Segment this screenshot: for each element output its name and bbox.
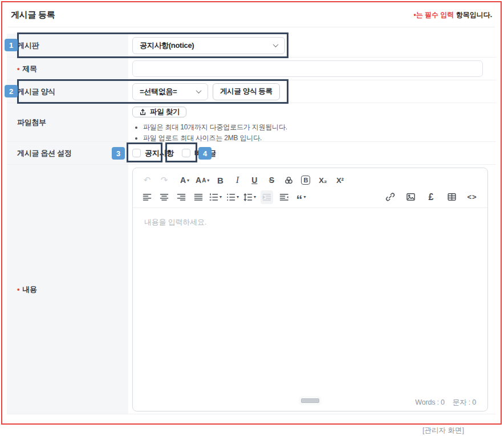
align-center-icon[interactable] (158, 190, 170, 204)
page-title: 게시글 등록 (11, 10, 55, 21)
chars-counter: 문자 : 0 (453, 398, 476, 408)
special-char-icon[interactable]: £ (425, 190, 437, 204)
font-size-icon[interactable]: A A ▾ (196, 173, 209, 187)
row-file: 파일첨부 파일 찾기 파일은 최대 10개까지 다중업로드가 지원됩니다. 파일… (7, 103, 496, 142)
required-mark: • (17, 64, 19, 73)
text-style-icon[interactable]: B (299, 173, 312, 187)
code-view-icon[interactable]: <> (466, 190, 478, 204)
editor-toolbar-bottom: ▾ ▾ (133, 189, 487, 208)
file-note: 파일은 최대 10개까지 다중업로드가 지원됩니다. (143, 122, 287, 133)
chevron-down-icon (273, 42, 279, 47)
title-input[interactable] (132, 60, 483, 77)
admin-screen-caption: [관리자 화면] (422, 426, 464, 435)
editor-content-area[interactable]: 내용을 입력하세요. (133, 208, 487, 394)
link-icon[interactable] (384, 190, 396, 204)
secret-checkbox[interactable] (182, 149, 190, 157)
indent-icon[interactable] (261, 190, 273, 204)
annotation-badge-4: 4 (198, 147, 212, 160)
notice-checkbox[interactable] (132, 149, 141, 157)
editor-status-bar: Words : 0 문자 : 0 (133, 394, 487, 411)
editor-placeholder: 내용을 입력하세요. (144, 217, 476, 227)
annotation-badge-3: 3 (112, 147, 125, 160)
required-note-rest: 항목입니다. (454, 11, 492, 19)
row-options: 3 4 게시글 옵션 설정 공지사항 비밀글 (7, 142, 496, 165)
file-upload-notes: 파일은 최대 10개까지 다중업로드가 지원됩니다. 파일 업로드 최대 사이즈… (136, 122, 287, 144)
notice-checkbox-label[interactable]: 공지사항 (145, 148, 174, 158)
upload-icon (139, 108, 147, 116)
board-label: 게시판 (7, 34, 128, 57)
panel-header: 게시글 등록 •는 필수 입력 항목입니다. (2, 2, 501, 27)
words-counter: Words : 0 (415, 398, 444, 406)
subscript-icon[interactable]: X₂ (316, 173, 329, 187)
font-color-icon[interactable]: A ▾ (178, 173, 191, 187)
content-label: • 내용 (7, 165, 128, 414)
align-right-icon[interactable] (175, 190, 188, 204)
chevron-down-icon (196, 88, 202, 93)
annotation-badge-2: 2 (5, 85, 18, 97)
outdent-icon[interactable] (278, 190, 290, 204)
title-label: • 제목 (7, 58, 128, 80)
align-left-icon[interactable] (141, 190, 153, 204)
format-select-value: =선택없음= (140, 87, 177, 97)
register-format-button[interactable]: 게시글 양식 등록 (213, 83, 280, 100)
format-label: 게시글 양식 (7, 80, 128, 103)
ordered-list-icon[interactable]: ▾ (209, 190, 222, 204)
browse-file-button[interactable]: 파일 찾기 (132, 107, 186, 117)
options-label: 게시글 옵션 설정 (7, 142, 128, 164)
editor-toolbar-top: ↶ ↷ A ▾ A A ▾ B I U (133, 168, 487, 189)
line-height-icon[interactable]: ▾ (243, 190, 256, 204)
italic-icon[interactable]: I (231, 173, 243, 187)
row-format: 2 게시글 양식 =선택없음= 게시글 양식 등록 (7, 80, 496, 103)
rich-text-editor: ↶ ↷ A ▾ A A ▾ B I U (132, 168, 488, 411)
required-mark: • (17, 285, 19, 294)
blockquote-icon[interactable]: “ ▾ (295, 190, 307, 204)
post-register-panel: 게시글 등록 •는 필수 입력 항목입니다. 1 게시판 공지사항(notice… (1, 1, 502, 425)
editor-resize-handle[interactable] (301, 398, 319, 403)
board-select[interactable]: 공지사항(notice) (132, 37, 285, 54)
superscript-icon[interactable]: X² (334, 173, 346, 187)
undo-icon[interactable]: ↶ (141, 173, 153, 187)
align-justify-icon[interactable] (192, 190, 205, 204)
required-note-highlight: •는 필수 입력 (413, 11, 454, 19)
underline-icon[interactable]: U (248, 173, 261, 187)
row-content: • 내용 ↶ ↷ A ▾ A A ▾ (7, 165, 496, 414)
board-select-value: 공지사항(notice) (140, 40, 194, 51)
color-palette-icon[interactable] (282, 173, 295, 187)
required-fields-note: •는 필수 입력 항목입니다. (413, 10, 492, 20)
image-icon[interactable] (404, 190, 417, 204)
annotation-badge-1: 1 (5, 39, 18, 51)
unordered-list-icon[interactable]: ▾ (226, 190, 239, 204)
strikethrough-icon[interactable]: S (265, 173, 278, 187)
row-title: • 제목 (7, 58, 496, 80)
redo-icon[interactable]: ↷ (158, 173, 170, 187)
bold-icon[interactable]: B (214, 173, 226, 187)
row-board: 1 게시판 공지사항(notice) (7, 34, 496, 58)
insert-icon-group: £ <> (376, 190, 478, 204)
header-divider (8, 27, 495, 27)
format-select[interactable]: =선택없음= (132, 83, 208, 100)
file-label: 파일첨부 (7, 103, 128, 141)
post-form: 1 게시판 공지사항(notice) • 제목 2 게시글 (7, 34, 496, 414)
table-icon[interactable] (445, 190, 458, 204)
